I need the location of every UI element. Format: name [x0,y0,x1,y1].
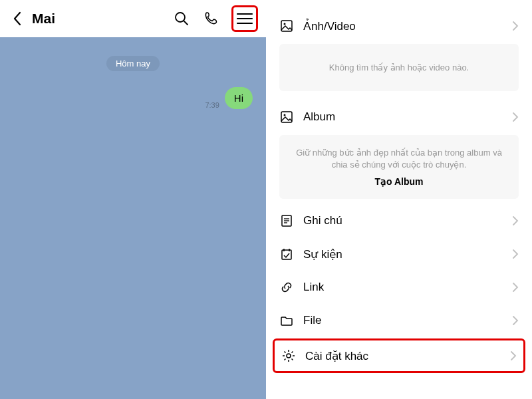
album-header[interactable]: Album [279,104,519,130]
album-empty: Giữ những bức ảnh đẹp nhất của bạn trong… [279,135,519,199]
album-desc-line1: Giữ những bức ảnh đẹp nhất của bạn trong… [296,148,502,158]
files-label: File [303,314,503,327]
message-time: 7:39 [205,101,219,109]
svg-rect-5 [281,21,292,31]
notes-row[interactable]: Ghi chú [266,204,532,237]
settings-label: Cài đặt khác [305,349,501,363]
gear-icon [281,348,296,363]
folder-icon [279,313,294,328]
svg-point-8 [284,114,286,116]
events-label: Sự kiện [303,247,503,261]
note-icon [279,213,294,228]
chat-panel: Mai Hôm nay 7:39 Hi [0,0,266,399]
message-bubble[interactable]: Hi [225,87,253,109]
svg-line-1 [184,21,188,25]
chat-header: Mai [0,0,266,37]
back-button[interactable] [8,9,27,28]
search-icon [174,11,190,27]
chevron-right-icon [512,282,519,293]
album-section: Album Giữ những bức ảnh đẹp nhất của bạn… [266,96,532,204]
chevron-left-icon [13,11,22,26]
chevron-right-icon [512,215,519,226]
hamburger-icon [236,12,253,25]
links-label: Link [303,281,503,294]
svg-rect-7 [281,112,292,122]
album-title: Album [303,110,503,124]
side-panel[interactable]: Ảnh/Video Không tìm thấy ảnh hoặc video … [266,0,532,399]
svg-point-6 [284,23,286,25]
image-icon [279,19,294,33]
message-row: 7:39 Hi [11,87,253,109]
chevron-right-icon [512,21,519,31]
notes-label: Ghi chú [303,214,503,227]
chevron-right-icon [512,112,519,122]
settings-row[interactable]: Cài đặt khác [273,338,525,373]
chevron-right-icon [512,315,519,326]
photos-empty: Không tìm thấy ảnh hoặc video nào. [279,44,519,91]
photos-section: Ảnh/Video Không tìm thấy ảnh hoặc video … [266,5,532,96]
search-button[interactable] [173,10,190,27]
files-row[interactable]: File [266,304,532,337]
svg-point-16 [287,354,291,358]
chevron-right-icon [512,249,519,259]
link-icon [279,280,294,295]
contact-name: Mai [32,11,168,27]
album-icon [279,110,294,124]
menu-button-highlight [231,5,258,32]
chat-body: Hôm nay 7:39 Hi [0,37,266,399]
album-desc-line2: chia sẻ chúng với cuộc trò chuyện. [332,160,467,170]
date-pill: Hôm nay [106,56,160,71]
chevron-right-icon [510,350,517,361]
menu-button[interactable] [236,10,253,27]
events-row[interactable]: Sự kiện [266,237,532,271]
calendar-icon [279,247,294,261]
create-album-button[interactable]: Tạo Album [289,176,509,187]
phone-icon [203,11,219,27]
photos-header[interactable]: Ảnh/Video [279,13,519,39]
links-row[interactable]: Link [266,271,532,304]
call-button[interactable] [202,10,219,27]
svg-rect-13 [282,250,291,259]
photos-title: Ảnh/Video [303,19,503,33]
